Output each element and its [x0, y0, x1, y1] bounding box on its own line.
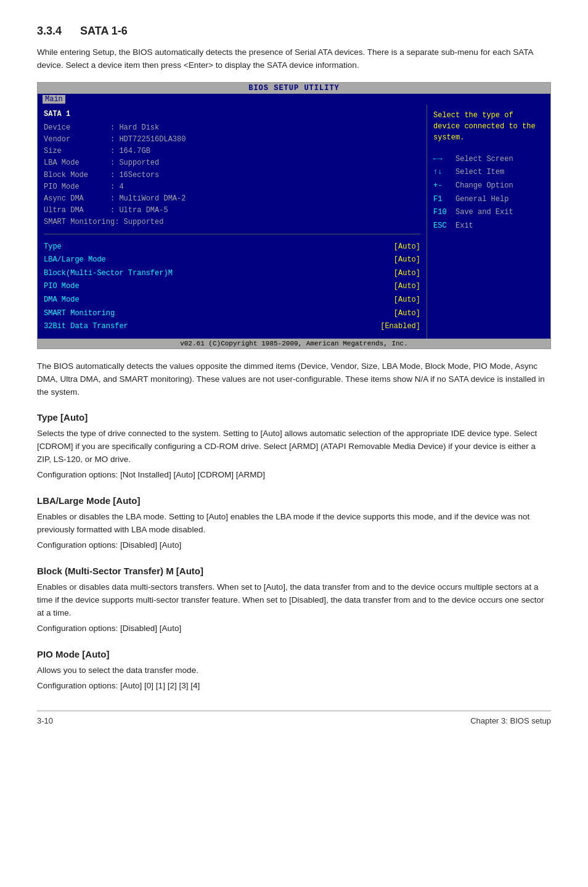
footer-page-number: 3-10: [37, 716, 53, 725]
bios-ultra-row: Ultra DMA : Ultra DMA-5: [44, 205, 420, 217]
subsection-lba: LBA/Large Mode [Auto] Enables or disable…: [37, 495, 551, 552]
subsection-type: Type [Auto] Selects the type of drive co…: [37, 412, 551, 482]
type-config: Configuration options: [Not Installed] […: [37, 469, 551, 482]
bios-legend: ←→ Select Screen ↑↓ Select Item +- Chang…: [433, 153, 544, 233]
bios-content-area: SATA 1 Device : Hard Disk Vendor : HDT72…: [38, 105, 550, 339]
subsections-container: Type [Auto] Selects the type of drive co…: [37, 412, 551, 692]
legend-help: F1 General Help: [433, 193, 544, 207]
bios-device-row: Device : Hard Disk: [44, 122, 420, 134]
bios-block-row: Block Mode : 16Sectors: [44, 170, 420, 181]
bios-footer: v02.61 (C)Copyright 1985-2009, American …: [38, 339, 550, 349]
subsection-pio: PIO Mode [Auto] Allows you to select the…: [37, 649, 551, 693]
bios-options-block: Type [Auto] LBA/Large Mode [Auto] Block(…: [44, 241, 420, 334]
bios-opt-lba: LBA/Large Mode [Auto]: [44, 254, 420, 267]
bios-menu-bar: Main: [38, 94, 550, 105]
bios-screenshot: BIOS SETUP UTILITY Main SATA 1 Device : …: [37, 82, 551, 349]
block-config: Configuration options: [Disabled] [Auto]: [37, 622, 551, 635]
legend-item: ↑↓ Select Item: [433, 166, 544, 179]
block-heading: Block (Multi-Sector Transfer) M [Auto]: [37, 566, 551, 576]
section-heading: 3.3.4 SATA 1-6: [37, 25, 551, 38]
page-footer: 3-10 Chapter 3: BIOS setup: [37, 711, 551, 725]
bios-async-row: Async DMA : MultiWord DMA-2: [44, 193, 420, 205]
bios-opt-block: Block(Multi-Sector Transfer)M [Auto]: [44, 267, 420, 281]
bios-pio-row: PIO Mode : 4: [44, 181, 420, 193]
legend-exit: ESC Exit: [433, 220, 544, 233]
bios-lba-row: LBA Mode : Supported: [44, 157, 420, 169]
pio-body: Allows you to select the data transfer m…: [37, 664, 551, 677]
pio-config: Configuration options: [Auto] [0] [1] [2…: [37, 680, 551, 693]
lba-heading: LBA/Large Mode [Auto]: [37, 495, 551, 506]
legend-option: +- Change Option: [433, 179, 544, 193]
auto-detect-paragraph: The BIOS automatically detects the value…: [37, 360, 551, 399]
bios-smart-row: SMART Monitoring: Supported: [44, 217, 420, 228]
bios-vendor-row: Vendor : HDT722516DLA380: [44, 134, 420, 146]
lba-config: Configuration options: [Disabled] [Auto]: [37, 539, 551, 552]
bios-size-row: Size : 164.7GB: [44, 146, 420, 157]
bios-help-text: Select the type of device connected to t…: [433, 110, 544, 143]
bios-title-bar: BIOS SETUP UTILITY: [38, 83, 550, 94]
bios-left-panel: SATA 1 Device : Hard Disk Vendor : HDT72…: [38, 105, 427, 339]
type-body: Selects the type of drive connected to t…: [37, 427, 551, 466]
section-title: SATA 1-6: [80, 25, 128, 37]
bios-opt-type: Type [Auto]: [44, 241, 420, 254]
section-number: 3.3.4: [37, 25, 62, 37]
type-heading: Type [Auto]: [37, 412, 551, 423]
lba-body: Enables or disables the LBA mode. Settin…: [37, 511, 551, 537]
pio-heading: PIO Mode [Auto]: [37, 649, 551, 659]
bios-info-block: Device : Hard Disk Vendor : HDT722516DLA…: [44, 122, 420, 234]
bios-opt-32bit: 32Bit Data Transfer [Enabled]: [44, 320, 420, 334]
legend-screen: ←→ Select Screen: [433, 153, 544, 167]
bios-opt-dma: DMA Mode [Auto]: [44, 294, 420, 307]
block-body: Enables or disables data multi-sectors t…: [37, 581, 551, 620]
legend-save: F10 Save and Exit: [433, 206, 544, 220]
bios-active-menu: Main: [43, 95, 65, 104]
bios-right-panel: Select the type of device connected to t…: [427, 105, 550, 339]
footer-chapter: Chapter 3: BIOS setup: [470, 716, 551, 725]
bios-opt-smart: SMART Monitoring [Auto]: [44, 307, 420, 321]
intro-paragraph: While entering Setup, the BIOS automatic…: [37, 46, 551, 72]
bios-opt-pio: PIO Mode [Auto]: [44, 280, 420, 294]
bios-sata-label: SATA 1: [44, 110, 420, 118]
subsection-block: Block (Multi-Sector Transfer) M [Auto] E…: [37, 566, 551, 635]
